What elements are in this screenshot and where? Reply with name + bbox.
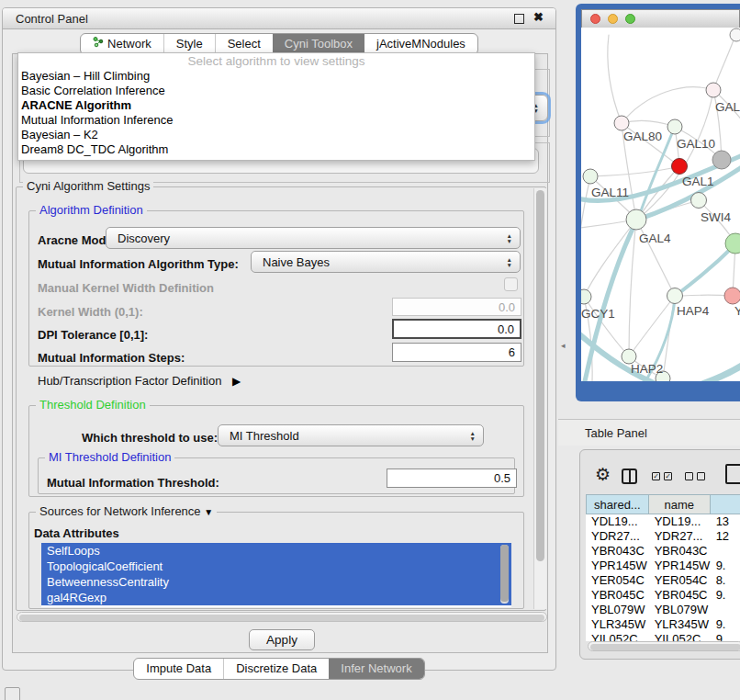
network-window-titlebar[interactable] xyxy=(581,9,740,28)
table-cell[interactable]: YER054C xyxy=(586,573,649,588)
table-cell[interactable]: YIL052C xyxy=(586,632,649,641)
tab-cyni-toolbox[interactable]: Cyni Toolbox xyxy=(273,34,364,54)
tab-discretize-data[interactable]: Discretize Data xyxy=(223,659,329,679)
network-edge[interactable] xyxy=(590,166,679,176)
gear-icon[interactable]: ⚙ xyxy=(595,466,611,483)
table-cell[interactable]: YDL19... xyxy=(649,514,711,529)
table-file-icon[interactable] xyxy=(725,464,740,484)
table-cell[interactable] xyxy=(711,544,740,559)
settings-vertical-scrollbar[interactable] xyxy=(533,188,546,609)
attribute-item-topologicalcoefficient[interactable]: TopologicalCoefficient xyxy=(41,559,511,574)
table-row[interactable]: YDL19...YDL19...13 xyxy=(586,514,740,529)
tab-select[interactable]: Select xyxy=(215,34,273,54)
expander-arrow-down-icon[interactable]: ▼ xyxy=(204,507,213,517)
tab-network[interactable]: Network xyxy=(81,34,163,54)
table-row[interactable]: YBL079WYBL079W xyxy=(586,603,740,617)
settings-horizontal-scrollbar-thumb[interactable] xyxy=(19,615,544,621)
table-cell[interactable]: YBR043C xyxy=(649,544,711,559)
network-node-gal[interactable] xyxy=(706,83,721,97)
table-cell[interactable]: 9. xyxy=(711,588,740,603)
attribute-item-betweennesscentrality[interactable]: BetweennessCentrality xyxy=(41,574,511,590)
settings-horizontal-scrollbar[interactable] xyxy=(17,612,547,622)
table-cell[interactable]: YIL052C xyxy=(649,632,711,641)
table-cell[interactable] xyxy=(711,603,740,617)
network-node-gal11[interactable] xyxy=(583,169,598,184)
tab-infer-network[interactable]: Infer Network xyxy=(329,659,423,679)
table-horizontal-scrollbar-thumb[interactable] xyxy=(590,644,740,650)
select-all-checkboxes-icon[interactable]: ✓ ✓ xyxy=(652,472,672,480)
table-cell[interactable]: 9. xyxy=(711,617,740,632)
dpi-tolerance-field[interactable]: 0.0 xyxy=(392,319,521,339)
table-row[interactable]: YER054CYER054C8. xyxy=(586,573,740,588)
dropdown-option-basic-correlation-inference[interactable]: Basic Correlation Inference xyxy=(18,84,534,98)
network-node-gcy1[interactable] xyxy=(581,289,591,304)
close-window-icon[interactable] xyxy=(590,14,600,24)
aracne-mode-combobox[interactable]: Discovery ▲▼ xyxy=(106,227,521,249)
columns-icon[interactable] xyxy=(622,469,637,484)
network-node-gal10[interactable] xyxy=(667,119,682,134)
network-canvas[interactable]: GALGAL80GAL10GAL1GAL11SWI4GAL4YHAP4GCY1H… xyxy=(581,28,740,381)
table-cell[interactable]: YBL079W xyxy=(586,603,649,617)
zoom-window-icon[interactable] xyxy=(625,14,635,24)
splitter-handle[interactable]: ◂ xyxy=(561,341,566,350)
network-edge[interactable] xyxy=(622,120,675,127)
network-edge[interactable] xyxy=(629,296,675,356)
table-horizontal-scrollbar[interactable] xyxy=(588,641,740,651)
table-cell[interactable]: YBL079W xyxy=(649,603,711,617)
table-cell[interactable]: YDR27... xyxy=(586,529,649,544)
table-row[interactable]: YDR27...YDR27...12 xyxy=(586,529,740,544)
table-cell[interactable]: YER054C xyxy=(649,573,711,588)
minimized-panel-icon[interactable] xyxy=(5,687,20,700)
network-node-gal80[interactable] xyxy=(614,116,629,130)
network-node-gal4[interactable] xyxy=(626,209,646,230)
column-header-shared[interactable]: shared... xyxy=(586,494,649,514)
float-panel-icon[interactable] xyxy=(514,14,524,24)
table-cell[interactable]: 13 xyxy=(711,514,740,529)
attribute-item-gal4rgexp[interactable]: gal4RGexp xyxy=(41,590,511,605)
table-cell[interactable]: YDL19... xyxy=(586,514,649,529)
minimize-window-icon[interactable] xyxy=(608,14,618,24)
table-cell[interactable]: YBR045C xyxy=(586,588,649,603)
column-header-name[interactable]: name xyxy=(649,494,711,514)
dropdown-option-aracne-algorithm[interactable]: ARACNE Algorithm xyxy=(18,98,534,113)
which-threshold-combobox[interactable]: MI Threshold ▲▼ xyxy=(218,424,484,446)
dropdown-option-bayesian-hill-climbing[interactable]: Bayesian – Hill Climbing xyxy=(18,69,534,84)
network-node-swi4[interactable] xyxy=(691,193,707,209)
network-edge[interactable] xyxy=(713,35,735,90)
dropdown-option-mutual-information-inference[interactable]: Mutual Information Inference xyxy=(18,113,534,128)
table-cell[interactable]: 9. xyxy=(711,559,740,573)
network-node-hap4[interactable] xyxy=(667,288,683,304)
mi-threshold-field[interactable]: 0.5 xyxy=(387,469,517,488)
table-cell[interactable]: 9. xyxy=(711,632,740,641)
attributes-list-scrollbar-thumb[interactable] xyxy=(500,545,509,602)
table-cell[interactable]: 8. xyxy=(711,573,740,588)
column-header-2[interactable] xyxy=(711,494,740,514)
hub-definition-expander[interactable]: Hub/Transcription Factor Definition ▶ xyxy=(38,374,241,388)
table-row[interactable]: YBR045CYBR045C9. xyxy=(586,588,740,603)
dropdown-option-dream8-dc-tdc-algorithm[interactable]: Dream8 DC_TDC Algorithm xyxy=(18,142,534,157)
network-edge[interactable] xyxy=(677,244,735,295)
table-cell[interactable]: YPR145W xyxy=(649,559,711,573)
tab-jactivemnodules[interactable]: jActiveMNodules xyxy=(364,34,477,54)
network-edge[interactable] xyxy=(622,87,713,123)
network-node-unlabeled[interactable] xyxy=(712,151,731,169)
table-cell[interactable]: YBR045C xyxy=(649,588,711,603)
table-cell[interactable]: YLR345W xyxy=(649,617,711,632)
settings-vertical-scrollbar-thumb[interactable] xyxy=(536,190,544,561)
mi-algorithm-type-combobox[interactable]: Naive Bayes ▲▼ xyxy=(251,251,521,273)
dropdown-option-bayesian-k2[interactable]: Bayesian – K2 xyxy=(18,128,534,142)
network-node-y[interactable] xyxy=(724,288,740,304)
attributes-list-scrollbar[interactable] xyxy=(500,545,509,604)
table-row[interactable]: YLR345WYLR345W9. xyxy=(586,617,740,632)
table-cell[interactable]: YDR27... xyxy=(649,529,711,544)
mi-steps-field[interactable]: 6 xyxy=(392,343,521,362)
attribute-item-selfloops[interactable]: SelfLoops xyxy=(41,543,511,559)
table-cell[interactable]: 12 xyxy=(711,529,740,544)
close-panel-icon[interactable]: ✖ xyxy=(533,10,544,24)
tab-impute-data[interactable]: Impute Data xyxy=(134,659,223,679)
table-row[interactable]: YIL052CYIL052C9. xyxy=(586,632,740,641)
network-node-unlabeled[interactable] xyxy=(730,28,740,41)
table-row[interactable]: YBR043CYBR043C xyxy=(586,544,740,559)
table-row[interactable]: YPR145WYPR145W9. xyxy=(586,559,740,573)
network-edge[interactable] xyxy=(608,35,622,123)
